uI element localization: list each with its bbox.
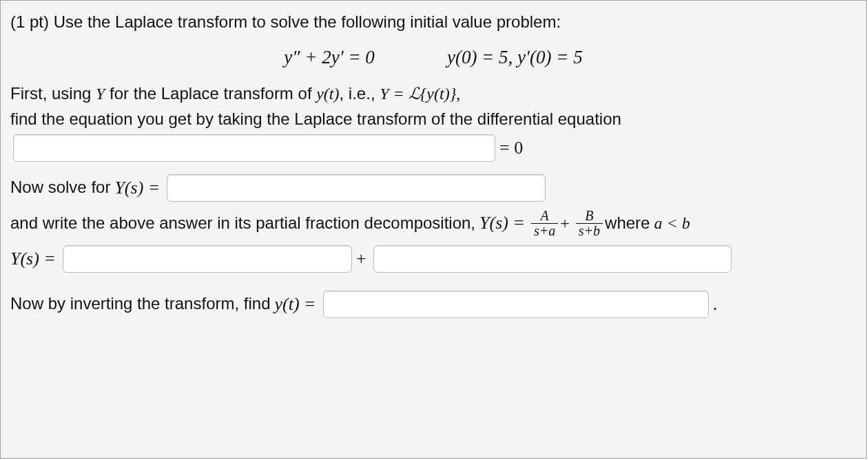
step3-where: where <box>605 211 650 236</box>
step1-line2: find the equation you get by taking the … <box>10 107 856 132</box>
step1-braces: {y(t)} <box>420 85 457 103</box>
step5-pre: Now by inverting the transform, find <box>10 292 271 316</box>
step1-yt: y(t) <box>316 85 339 103</box>
transform-equation-row: = 0 <box>10 134 856 162</box>
step1-mid: for the Laplace transform of <box>105 84 316 103</box>
Ys-label-1: Y(s) = <box>114 175 160 201</box>
step1-line1: First, using Y for the Laplace transform… <box>10 82 856 106</box>
step1-line2-text: find the equation you get by taking the … <box>10 109 621 128</box>
step3-pre: and write the above answer in its partia… <box>10 211 475 236</box>
partial-fraction-line: and write the above answer in its partia… <box>10 209 856 238</box>
yt-solution-input[interactable] <box>323 291 709 318</box>
final-period: . <box>713 291 718 317</box>
yt-label: y(t) = <box>275 291 316 317</box>
problem-container: (1 pt) Use the Laplace transform to solv… <box>0 0 867 459</box>
step1-pre: First, using <box>10 84 96 103</box>
step1-Yeq: Y = <box>380 85 409 103</box>
points-prefix: (1 pt) <box>10 12 54 31</box>
partial-fraction-input-row: Y(s) = + <box>10 245 856 273</box>
step2-pre: Now solve for <box>10 176 110 200</box>
fracB-den: s+b <box>576 223 603 238</box>
equals-zero: = 0 <box>499 135 523 161</box>
plus-between-fracs: + <box>560 211 570 236</box>
ode-expression: y″ + 2y′ = 0 <box>284 47 375 67</box>
fracB-num: B <box>576 209 603 223</box>
fracA-num: A <box>531 209 558 223</box>
Ys-label-2: Y(s) = <box>479 210 525 236</box>
Ys-label-3: Y(s) = <box>10 246 56 272</box>
Ys-solution-input[interactable] <box>167 174 546 202</box>
fracA-den: s+a <box>531 223 558 238</box>
step1-comma: , <box>456 85 460 103</box>
solve-Ys-row: Now solve for Y(s) = <box>10 174 856 202</box>
a-lt-b: a < b <box>654 211 690 236</box>
plus-between-inputs: + <box>356 246 366 272</box>
fraction-A: A s+a <box>531 209 558 238</box>
intro-line: (1 pt) Use the Laplace transform to solv… <box>10 10 856 34</box>
laplace-equation-input[interactable] <box>13 134 495 162</box>
intro-text: Use the Laplace transform to solve the f… <box>54 12 561 31</box>
initial-values: y(0) = 5, y′(0) = 5 <box>447 47 583 67</box>
fraction-B: B s+b <box>576 209 603 238</box>
invert-transform-row: Now by inverting the transform, find y(t… <box>10 291 856 318</box>
step1-post: , i.e., <box>340 84 380 103</box>
step1-Y: Y <box>96 85 105 103</box>
laplace-symbol: ℒ <box>409 85 420 103</box>
partial-fraction-B-input[interactable] <box>373 245 732 273</box>
partial-fraction-A-input[interactable] <box>63 245 352 273</box>
equation-display: y″ + 2y′ = 0 y(0) = 5, y′(0) = 5 <box>10 44 856 71</box>
